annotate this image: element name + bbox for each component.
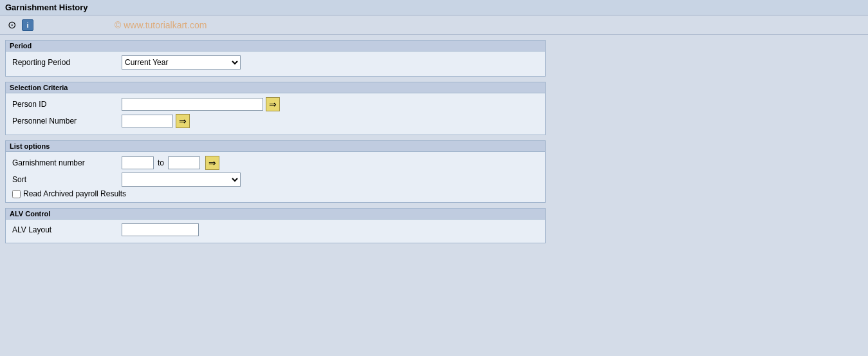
read-archived-row: Read Archived payroll Results xyxy=(12,189,539,198)
read-archived-checkbox[interactable] xyxy=(12,190,21,198)
period-section: Period Reporting Period Current Year Pre… xyxy=(5,40,546,77)
info-icon[interactable]: i xyxy=(22,19,33,31)
sort-label: Sort xyxy=(12,175,122,184)
garnishment-number-arrow-button[interactable]: ⇒ xyxy=(205,156,219,170)
sort-row: Sort Ascending Descending xyxy=(12,173,539,187)
back-icon[interactable]: ⊙ xyxy=(5,19,18,32)
main-content: Period Reporting Period Current Year Pre… xyxy=(0,35,868,254)
sort-select[interactable]: Ascending Descending xyxy=(122,173,241,187)
selection-criteria-body: Person ID ⇒ Personnel Number ⇒ xyxy=(6,93,545,135)
alv-control-section: ALV Control ALV Layout xyxy=(5,208,546,243)
reporting-period-select[interactable]: Current Year Previous Year Current Month… xyxy=(122,55,241,70)
reporting-period-row: Reporting Period Current Year Previous Y… xyxy=(12,55,539,70)
personnel-number-label: Personnel Number xyxy=(12,117,122,126)
personnel-number-arrow-button[interactable]: ⇒ xyxy=(176,114,190,128)
alv-layout-input[interactable] xyxy=(122,223,199,236)
personnel-number-row: Personnel Number ⇒ xyxy=(12,114,539,128)
alv-control-body: ALV Layout xyxy=(6,220,545,243)
title-bar: Garnishment History xyxy=(0,0,868,15)
garnishment-number-label: Garnishment number xyxy=(12,158,122,167)
period-section-body: Reporting Period Current Year Previous Y… xyxy=(6,52,545,76)
selection-criteria-section: Selection Criteria Person ID ⇒ Personnel… xyxy=(5,82,546,135)
garnishment-number-from-input[interactable] xyxy=(122,156,154,169)
personnel-number-input[interactable] xyxy=(122,115,173,127)
person-id-input[interactable] xyxy=(122,98,263,111)
person-id-label: Person ID xyxy=(12,100,122,109)
reporting-period-label: Reporting Period xyxy=(12,58,122,67)
person-id-row: Person ID ⇒ xyxy=(12,97,539,111)
selection-criteria-header: Selection Criteria xyxy=(6,82,545,93)
alv-layout-row: ALV Layout xyxy=(12,223,539,236)
list-options-body: Garnishment number to ⇒ Sort Ascending D… xyxy=(6,152,545,202)
read-archived-label: Read Archived payroll Results xyxy=(23,189,126,198)
person-id-arrow-button[interactable]: ⇒ xyxy=(266,97,280,111)
toolbar: ⊙ i © www.tutorialkart.com xyxy=(0,15,868,35)
alv-control-header: ALV Control xyxy=(6,209,545,220)
page-title: Garnishment History xyxy=(5,3,88,12)
alv-layout-label: ALV Layout xyxy=(12,225,122,234)
garnishment-number-row: Garnishment number to ⇒ xyxy=(12,156,539,170)
watermark: © www.tutorialkart.com xyxy=(115,20,207,30)
garnishment-number-to-input[interactable] xyxy=(168,156,200,169)
list-options-section: List options Garnishment number to ⇒ Sor… xyxy=(5,140,546,203)
to-label: to xyxy=(158,158,164,167)
period-section-header: Period xyxy=(6,41,545,52)
list-options-header: List options xyxy=(6,141,545,152)
